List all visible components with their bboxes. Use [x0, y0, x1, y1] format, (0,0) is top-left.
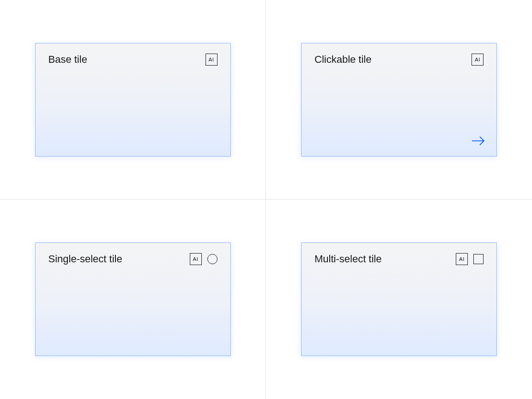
base-tile: Base tile AI: [35, 43, 231, 157]
tile-header: Clickable tile AI: [314, 54, 484, 66]
tile-grid: Base tile AI Clickable tile AI: [0, 0, 532, 399]
tile-header: Multi-select tile AI: [314, 253, 484, 265]
ai-label-icon: AI: [206, 54, 218, 66]
ai-label-icon: AI: [456, 253, 468, 265]
multi-select-tile-title: Multi-select tile: [314, 253, 381, 265]
cell-base: Base tile AI: [0, 0, 266, 200]
tile-controls: AI: [456, 253, 484, 265]
ai-label-icon: AI: [472, 54, 484, 66]
clickable-tile[interactable]: Clickable tile AI: [301, 43, 497, 157]
cell-multi-select: Multi-select tile AI: [266, 200, 532, 399]
tile-header: Single-select tile AI: [48, 253, 218, 265]
tile-controls: AI: [472, 54, 484, 66]
multi-select-tile[interactable]: Multi-select tile AI: [301, 242, 497, 356]
ai-label-icon: AI: [190, 253, 202, 265]
checkbox-icon[interactable]: [473, 254, 484, 264]
tile-controls: AI: [190, 253, 218, 265]
single-select-tile[interactable]: Single-select tile AI: [35, 242, 231, 356]
base-tile-title: Base tile: [48, 54, 87, 66]
radio-icon[interactable]: [207, 254, 218, 264]
tile-header: Base tile AI: [48, 54, 218, 66]
clickable-tile-title: Clickable tile: [314, 54, 372, 66]
single-select-tile-title: Single-select tile: [48, 253, 122, 265]
cell-single-select: Single-select tile AI: [0, 200, 266, 399]
cell-clickable: Clickable tile AI: [266, 0, 532, 200]
tile-controls: AI: [206, 54, 218, 66]
arrow-right-icon: [472, 136, 485, 146]
